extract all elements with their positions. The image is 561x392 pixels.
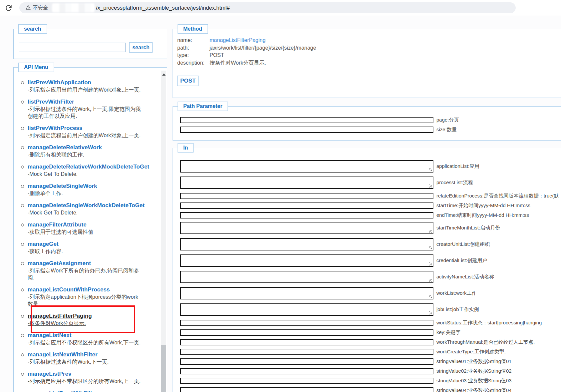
api-menu-item: manageGet-获取工作内容.: [20, 240, 143, 255]
stringValue03-input[interactable]: [180, 378, 433, 384]
method-name-value[interactable]: manageListFilterPaging: [210, 37, 266, 44]
method-path-row: path: jaxrs/work/list/filter/{page}/size…: [177, 44, 316, 52]
stringValue02-input[interactable]: [180, 368, 433, 374]
not-secure-label: 不安全: [33, 5, 48, 11]
api-method-description: -Mock Get To Delete.: [28, 171, 143, 178]
method-panel: Method name: manageListFilterPaging path…: [173, 29, 561, 98]
api-method-link[interactable]: manageDeleteRelativeWork: [28, 144, 102, 151]
creatorUnitList-label: creatorUnitList:创建组织: [436, 241, 490, 247]
page-label: page:分页: [436, 117, 459, 123]
stringValue02-label: stringValue02:业务数据String值02: [436, 368, 512, 374]
field-row: creatorUnitList:创建组织: [180, 238, 559, 250]
size-input[interactable]: [180, 127, 433, 133]
creatorUnitList-textarea[interactable]: [180, 238, 433, 250]
field-row: key:关键字: [180, 329, 559, 336]
method-type-row: type: POST: [177, 52, 316, 59]
api-method-link[interactable]: manageListPrev: [28, 370, 71, 378]
api-method-link[interactable]: listPrevWithFilter: [28, 98, 74, 106]
applicationList-label: applicationList:应用: [436, 163, 479, 170]
api-menu-list: listPrevWithApplication-列示指定应用当前用户创建的Wor…: [20, 79, 156, 392]
startTimeMonthList-textarea[interactable]: [180, 222, 433, 234]
processList-textarea[interactable]: [180, 177, 433, 189]
workThroughManual-input[interactable]: [180, 339, 433, 345]
api-method-description: -列示指定application下根据porcess分类的work数量.: [28, 293, 143, 307]
method-type-label: type:: [177, 52, 210, 59]
api-method-description: -获取用于过滤的可选属性值: [28, 228, 143, 235]
api-menu-panel: API Menu listPrevWithApplication-列示指定应用当…: [13, 67, 167, 392]
field-row: startTime:开始时间yyyy-MM-dd HH:mm:ss: [180, 202, 559, 209]
field-row: size:数量: [180, 127, 459, 133]
scroll-up-arrow-icon[interactable]: [162, 73, 166, 76]
api-menu-item: listPrevWithApplication-列示指定应用当前用户创建的Wor…: [20, 79, 143, 93]
api-method-description: -删除所有相关联的工作.: [28, 151, 143, 158]
api-method-link[interactable]: manageListPrevWithFilter: [28, 390, 98, 392]
address-bar[interactable]: 不安全 /x_processplatform_assemble_surface/…: [19, 2, 516, 13]
field-row: workCreateType:工作创建类型,: [180, 349, 559, 355]
api-menu-item: manageListPrevWithFilter-列示根据过滤条件的Work,上…: [20, 390, 143, 392]
redacted-host-blur: [52, 3, 95, 12]
field-row: stringValue03:业务数据String值03: [180, 378, 559, 384]
stringValue01-input[interactable]: [180, 358, 433, 365]
in-panel: In applicationList:应用processList:流程relat…: [173, 148, 561, 392]
method-description-row: description: 按条件对Work分页显示.: [177, 59, 316, 67]
api-menu-item: manageFilterAttribute-获取用于过滤的可选属性值: [20, 221, 143, 235]
api-method-link[interactable]: manageDeleteSingleWork: [28, 183, 97, 190]
field-row: jobList:job工作实例: [180, 303, 559, 316]
field-row: startTimeMonthList:启动月份: [180, 222, 559, 234]
stringValue04-input[interactable]: [180, 387, 433, 392]
api-method-link[interactable]: listPrevWithApplication: [28, 79, 91, 86]
startTime-input[interactable]: [180, 202, 433, 209]
field-row: workThroughManual:是否已经经过人工节点,: [180, 339, 559, 345]
api-method-description: -按条件对Work分页显示.: [28, 320, 143, 327]
jobList-label: jobList:job工作实例: [436, 306, 479, 313]
field-row: workList:work工作: [180, 287, 559, 299]
jobList-textarea[interactable]: [180, 303, 433, 316]
workCreateType-label: workCreateType:工作创建类型,: [436, 349, 506, 355]
method-description-label: description:: [177, 59, 210, 67]
search-input[interactable]: [19, 43, 126, 52]
activityNameList-textarea[interactable]: [180, 271, 433, 283]
api-method-link[interactable]: manageListCountWithProcess: [28, 286, 110, 293]
menu-scrollbar-thumb[interactable]: [161, 345, 166, 392]
api-method-link[interactable]: manageListNextWithFilter: [28, 351, 98, 358]
path-parameter-panel: Path Parameter page:分页size:数量: [173, 106, 561, 141]
key-input[interactable]: [180, 329, 433, 336]
field-row: processList:流程: [180, 177, 559, 189]
page-input[interactable]: [180, 117, 433, 123]
api-method-link[interactable]: manageGetAssignment: [28, 260, 91, 267]
relateEditionProcess-label: relateEditionProcess:是否查找同版本流程数据：true(默: [436, 193, 559, 199]
workList-textarea[interactable]: [180, 287, 433, 299]
applicationList-textarea[interactable]: [180, 160, 433, 173]
api-method-link[interactable]: listPrevWithProcess: [28, 125, 82, 132]
menu-scrollbar-track[interactable]: [161, 71, 166, 392]
reload-icon[interactable]: [4, 4, 13, 12]
field-row: relateEditionProcess:是否查找同版本流程数据：true(默: [180, 193, 559, 199]
api-method-description: -列示指定流程当前用户创建的Work对象,上一页.: [28, 132, 143, 139]
api-method-link[interactable]: manageDeleteSingleWorkMockDeleteToGet: [28, 202, 145, 209]
api-method-link[interactable]: manageFilterAttribute: [28, 221, 87, 228]
search-panel-legend: search: [18, 24, 47, 34]
api-method-link[interactable]: manageDeleteRelativeWorkMockDeleteToGet: [28, 163, 149, 171]
api-method-description: -删除单个工作.: [28, 190, 143, 197]
workStatus-input[interactable]: [180, 320, 433, 326]
api-menu-item: manageListCountWithProcess-列示指定applicati…: [20, 286, 143, 307]
credentialList-textarea[interactable]: [180, 254, 433, 267]
workCreateType-input[interactable]: [180, 349, 433, 355]
api-menu-item: manageDeleteRelativeWork-删除所有相关联的工作.: [20, 144, 143, 158]
post-execute-button[interactable]: POST: [177, 76, 199, 86]
api-menu-item: manageListPrev-列示指定应用不带权限区分的所有Work,上一页.: [20, 370, 143, 385]
method-panel-legend: Method: [178, 24, 208, 34]
api-method-link[interactable]: manageGet: [28, 240, 59, 248]
stringValue04-label: stringValue04:业务数据String值04: [436, 387, 512, 392]
search-button[interactable]: search: [129, 42, 153, 53]
relateEditionProcess-input[interactable]: [180, 193, 433, 199]
method-type-value: POST: [210, 52, 224, 59]
workList-label: workList:work工作: [436, 290, 477, 296]
credentialList-label: credentialList:创建用户: [436, 257, 487, 264]
api-method-description: -列示指定应用当前用户创建的Work对象,上一页.: [28, 86, 143, 93]
in-fields: applicationList:应用processList:流程relateEd…: [180, 160, 559, 392]
api-menu-item: manageDeleteSingleWork-删除单个工作.: [20, 183, 143, 197]
api-method-link[interactable]: manageListFilterPaging: [28, 312, 92, 320]
endTime-input[interactable]: [180, 212, 433, 218]
api-method-link[interactable]: manageListNext: [28, 332, 71, 339]
